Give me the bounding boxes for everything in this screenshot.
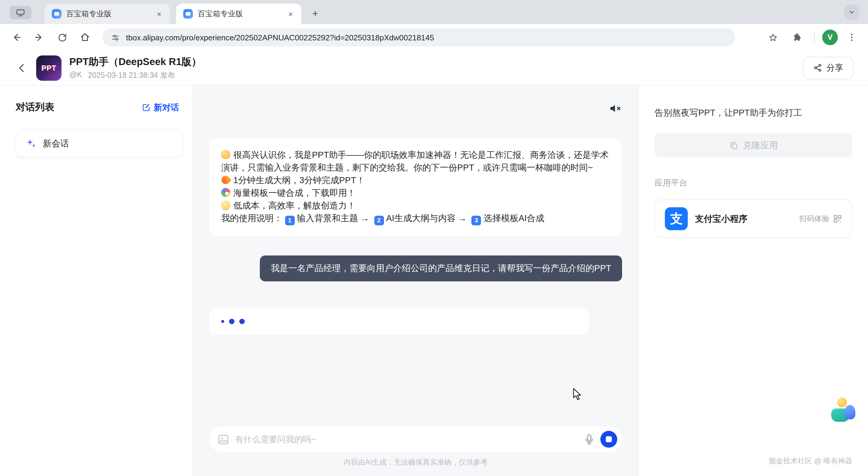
platform-card[interactable]: 支 支付宝小程序 扫码体验	[655, 199, 852, 238]
scan-to-try[interactable]: 扫码体验	[799, 214, 842, 224]
clone-icon	[729, 141, 738, 150]
back-button[interactable]	[6, 27, 27, 47]
forward-button[interactable]	[29, 27, 50, 47]
sidebar-header: 对话列表 新对话	[16, 101, 183, 114]
alipay-logo: 支	[665, 207, 688, 230]
watermark: 掘金技术社区 @ 唯有神器	[769, 456, 852, 466]
welcome-line: 1分钟生成大纲，3分钟完成PPT！	[221, 174, 610, 187]
app-icon: PPT	[36, 55, 61, 81]
conversation-sidebar: 对话列表 新对话 新会话	[0, 86, 193, 476]
browser-toolbar: tbox.alipay.com/pro/experience/202502APN…	[0, 24, 868, 51]
user-message: 我是一名产品经理，需要向用户介绍公司的产品维克日记，请帮我写一份产品介绍的PPT	[260, 255, 622, 281]
window-controls[interactable]	[10, 6, 31, 19]
clone-label: 克隆应用	[743, 139, 778, 151]
publish-time: 2025-03-18 21:38:34 发布	[88, 70, 175, 81]
tab-close-icon[interactable]: ×	[286, 9, 296, 19]
puzzle-icon	[792, 32, 802, 42]
chevron-left-icon	[16, 62, 28, 74]
ai-disclaimer: 内容由AI生成，无法确保真实准确，仅供参考	[209, 457, 622, 468]
keycap-2-icon: 2	[374, 215, 384, 225]
usage-step: 输入背景和主题	[297, 213, 358, 223]
usage-step: 选择模板AI合成	[484, 213, 544, 223]
author: @K	[69, 70, 82, 81]
share-button[interactable]: 分享	[803, 56, 854, 79]
profile-avatar[interactable]: V	[822, 30, 838, 45]
bookmark-button[interactable]	[763, 27, 783, 47]
welcome-text: 低成本，高效率，解放创造力！	[233, 201, 355, 210]
reload-button[interactable]	[52, 27, 72, 47]
share-label: 分享	[827, 62, 843, 73]
image-upload-icon[interactable]	[218, 434, 229, 444]
app-icon-text: PPT	[41, 64, 56, 72]
microphone-icon[interactable]	[584, 434, 594, 445]
bulb-emoji-icon	[221, 201, 230, 210]
chat-input-bar[interactable]	[209, 426, 622, 452]
assistant-welcome-message: 很高兴认识你，我是PPT助手——你的职场效率加速神器！无论是工作汇报、商务洽谈，…	[209, 138, 622, 235]
usage-line: 我的使用说明：1输入背景和主题→2AI生成大纲与内容→3选择模板AI合成	[221, 212, 610, 225]
arrow-glyph: →	[458, 213, 467, 223]
typing-dot	[239, 319, 245, 324]
floating-assistant-widget[interactable]	[830, 398, 857, 424]
usage-step: AI生成大纲与内容	[386, 213, 456, 223]
mouse-cursor	[572, 388, 583, 404]
sidebar-title: 对话列表	[16, 101, 54, 114]
welcome-line: 海量模板一键合成，下载即用！	[221, 187, 610, 199]
tab-title: 百宝箱专业版	[66, 9, 150, 19]
address-bar[interactable]: tbox.alipay.com/pro/experience/202502APN…	[102, 28, 735, 46]
edit-pencil-icon	[142, 103, 151, 112]
welcome-line: 低成本，高效率，解放创造力！	[221, 199, 610, 212]
app-subtitle: @K 2025-03-18 21:38:34 发布	[69, 70, 201, 81]
content: 对话列表 新对话 新会话	[0, 86, 868, 476]
new-chat-button[interactable]: 新对话	[142, 102, 179, 113]
screen-icon	[16, 8, 25, 17]
browser-tab-inactive[interactable]: 百宝箱专业版 ×	[44, 4, 170, 24]
chevron-down-icon	[847, 8, 856, 16]
url-text[interactable]: tbox.alipay.com/pro/experience/202502APN…	[126, 33, 434, 42]
typing-dot	[229, 319, 235, 324]
tab-search-chevron[interactable]	[844, 4, 860, 20]
chat-input[interactable]	[235, 435, 578, 444]
widget-shape	[844, 405, 855, 419]
sparkles-icon	[26, 138, 37, 149]
panel-headline: 告别熬夜写PPT，让PPT助手为你打工	[655, 107, 852, 119]
new-chat-label: 新对话	[154, 102, 179, 113]
chat-spacer	[209, 335, 622, 426]
tab-close-icon[interactable]: ×	[154, 9, 164, 19]
browser-tab-strip: 百宝箱专业版 × 百宝箱专业版 × +	[0, 0, 868, 24]
speaker-mute-icon	[609, 102, 622, 115]
welcome-text: 海量模板一键合成，下载即用！	[233, 188, 355, 198]
palette-emoji-icon	[221, 188, 230, 197]
widget-shape	[837, 398, 847, 407]
fire-emoji-icon	[220, 174, 231, 186]
browser-tab-active[interactable]: 百宝箱专业版 ×	[176, 4, 301, 24]
stop-generation-button[interactable]	[600, 431, 617, 448]
assistant-typing-indicator	[209, 308, 589, 335]
welcome-text: 很高兴认识你，我是PPT助手——你的职场效率加速神器！无论是工作汇报、商务洽谈，…	[221, 150, 609, 172]
keycap-1-icon: 1	[285, 215, 294, 225]
scan-label: 扫码体验	[799, 214, 830, 224]
new-tab-button[interactable]: +	[307, 6, 323, 22]
keycap-3-icon: 3	[471, 215, 481, 225]
hand-emoji-icon	[221, 150, 230, 159]
tab-favicon	[183, 9, 193, 19]
page-title: PPT助手（DeepSeek R1版）	[69, 55, 201, 68]
tab-favicon	[52, 9, 61, 19]
toolbar-right: V	[763, 27, 862, 47]
session-item[interactable]: 新会话	[16, 130, 183, 157]
home-button[interactable]	[75, 27, 95, 47]
star-icon	[768, 32, 778, 42]
back-icon	[11, 32, 22, 43]
arrow-glyph: →	[361, 213, 369, 223]
app-title-block: PPT助手（DeepSeek R1版） @K 2025-03-18 21:38:…	[69, 55, 201, 81]
mute-button[interactable]	[609, 102, 622, 115]
site-settings-icon[interactable]	[111, 33, 120, 42]
tab-title: 百宝箱专业版	[198, 9, 281, 19]
platform-name: 支付宝小程序	[695, 213, 792, 224]
share-icon	[813, 63, 822, 72]
home-icon	[80, 32, 90, 43]
clone-app-button[interactable]: 克隆应用	[655, 133, 852, 157]
session-label: 新会话	[43, 138, 69, 149]
browser-menu-button[interactable]	[841, 27, 862, 47]
app-back-button[interactable]	[14, 61, 29, 75]
extensions-button[interactable]	[786, 27, 807, 47]
